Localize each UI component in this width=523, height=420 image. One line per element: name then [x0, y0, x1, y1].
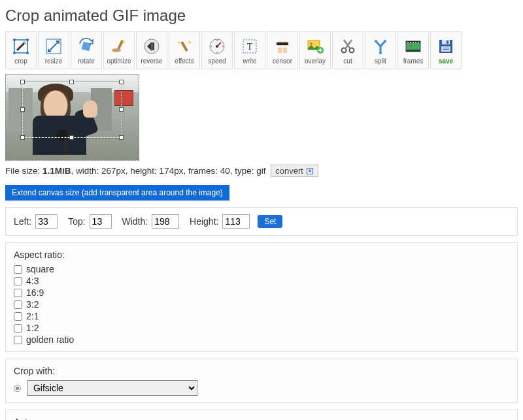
tool-label: save: [439, 57, 453, 65]
aspect-option[interactable]: golden ratio: [14, 334, 509, 345]
save-icon: [436, 37, 456, 56]
tool-crop[interactable]: crop: [5, 31, 37, 69]
crop-icon: [11, 37, 31, 56]
convert-button[interactable]: convert: [271, 165, 318, 177]
aspect-checkbox[interactable]: [14, 265, 22, 274]
tool-label: speed: [208, 57, 226, 65]
svg-rect-36: [418, 42, 419, 43]
autocrop-panel: Autocrop: trim transparent pixels around…: [5, 410, 518, 420]
aspect-checkbox[interactable]: [14, 312, 22, 321]
svg-rect-19: [278, 48, 282, 53]
aspect-option[interactable]: 2:1: [14, 311, 509, 321]
svg-rect-40: [447, 40, 448, 44]
crop-handle-tl[interactable]: [20, 80, 25, 84]
tool-label: resize: [45, 57, 63, 65]
aspect-option[interactable]: square: [14, 264, 509, 274]
svg-point-8: [112, 48, 121, 52]
tool-label: write: [243, 57, 256, 65]
tool-label: frames: [403, 57, 424, 65]
tool-split[interactable]: split: [365, 31, 396, 69]
tool-speed[interactable]: speed: [201, 31, 233, 69]
optimize-icon: [109, 37, 129, 56]
file-size-value: 1.1MiB: [42, 166, 71, 176]
aspect-checkbox[interactable]: [14, 289, 22, 297]
page-title: Crop animated GIF image: [5, 7, 518, 25]
svg-rect-20: [283, 48, 287, 53]
crop-selection[interactable]: [22, 82, 122, 138]
tool-cut[interactable]: cut: [332, 31, 363, 69]
toolbar: cropresizerotateoptimizereverseeffectssp…: [5, 31, 518, 69]
left-input[interactable]: [35, 214, 58, 229]
aspect-option[interactable]: 3:2: [14, 299, 509, 310]
crop-handle-bm[interactable]: [69, 135, 74, 140]
svg-rect-42: [443, 48, 449, 48]
tool-label: cut: [343, 57, 352, 65]
svg-point-26: [375, 40, 377, 42]
tool-label: censor: [273, 57, 292, 65]
aspect-checkbox[interactable]: [14, 300, 22, 309]
tool-save[interactable]: save: [430, 31, 462, 69]
dimensions-panel: Left: Top: Width: Height: Set: [5, 207, 518, 236]
split-icon: [371, 37, 390, 56]
aspect-checkbox[interactable]: [14, 324, 22, 332]
set-button[interactable]: Set: [258, 215, 282, 228]
tool-rotate[interactable]: rotate: [71, 31, 102, 69]
image-preview[interactable]: [5, 74, 139, 161]
aspect-label: 16:9: [26, 287, 44, 298]
cut-icon: [338, 37, 358, 56]
tool-label: rotate: [78, 57, 95, 65]
tool-label: effects: [175, 57, 194, 65]
crop-handle-br[interactable]: [119, 135, 124, 140]
tool-optimize[interactable]: optimize: [103, 31, 135, 69]
width-input[interactable]: [152, 214, 179, 229]
aspect-option[interactable]: 1:2: [14, 323, 509, 333]
cropwith-panel: Crop with: Gifsicle: [5, 359, 518, 403]
svg-rect-43: [443, 49, 449, 50]
crop-handle-ml[interactable]: [20, 107, 25, 112]
svg-text:T: T: [247, 42, 253, 52]
tool-frames[interactable]: frames: [397, 31, 429, 69]
svg-rect-6: [82, 41, 92, 51]
aspect-checkbox[interactable]: [14, 336, 22, 344]
tool-write[interactable]: Twrite: [234, 31, 265, 69]
svg-rect-33: [410, 42, 411, 43]
extend-canvas-button[interactable]: Extend canvas size (add transparent area…: [5, 185, 229, 201]
autocrop-title: Autocrop:: [14, 417, 509, 420]
aspect-panel: Aspect ratio: square 4:3 16:9 3:2 2:1 1:…: [5, 242, 518, 352]
height-input[interactable]: [222, 214, 250, 229]
aspect-checkbox[interactable]: [14, 277, 22, 285]
tool-censor[interactable]: censor: [267, 31, 298, 69]
svg-point-13: [216, 45, 218, 48]
aspect-title: Aspect ratio:: [14, 250, 509, 260]
crop-handle-bl[interactable]: [20, 135, 25, 140]
tool-label: optimize: [107, 57, 131, 65]
top-input[interactable]: [90, 214, 112, 229]
svg-rect-35: [415, 42, 416, 43]
svg-rect-32: [407, 42, 409, 43]
tool-label: overlay: [305, 57, 326, 65]
svg-rect-18: [277, 42, 288, 45]
tool-effects[interactable]: effects: [169, 31, 200, 69]
svg-point-22: [310, 42, 312, 45]
svg-point-4: [26, 52, 29, 54]
effects-icon: [175, 37, 194, 56]
tool-reverse[interactable]: reverse: [136, 31, 167, 69]
download-icon: [306, 167, 314, 175]
aspect-option[interactable]: 4:3: [14, 276, 509, 286]
aspect-option[interactable]: 16:9: [14, 287, 509, 298]
svg-point-28: [379, 52, 382, 54]
tool-overlay[interactable]: overlay: [299, 31, 331, 69]
svg-point-1: [13, 39, 16, 41]
rotate-icon: [76, 37, 96, 56]
tool-resize[interactable]: resize: [38, 31, 69, 69]
frames-icon: [403, 37, 423, 56]
tool-label: crop: [14, 57, 27, 65]
crop-handle-mr[interactable]: [119, 107, 124, 112]
file-info-prefix: File size:: [5, 166, 42, 176]
cropwith-select[interactable]: Gifsicle: [27, 380, 197, 396]
overlay-icon: [305, 37, 325, 56]
width-label: Width:: [122, 216, 148, 227]
file-info: File size: 1.1MiB, width: 267px, height:…: [5, 165, 518, 177]
crop-handle-tr[interactable]: [119, 80, 124, 84]
crop-handle-tm[interactable]: [69, 80, 74, 84]
